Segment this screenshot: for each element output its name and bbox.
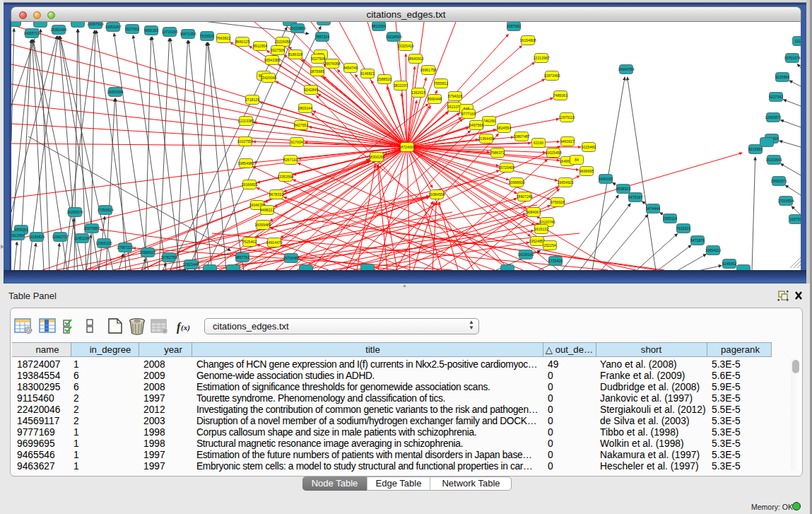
svg-text:10958107: 10958107 <box>139 250 155 255</box>
svg-text:9857791: 9857791 <box>235 255 249 259</box>
svg-text:1527602: 1527602 <box>125 27 139 31</box>
svg-text:6966160: 6966160 <box>144 28 158 33</box>
svg-text:16671355: 16671355 <box>180 32 196 36</box>
svg-text:8186328: 8186328 <box>288 52 302 57</box>
svg-text:9146821: 9146821 <box>360 71 375 76</box>
svg-text:12093872: 12093872 <box>765 115 781 119</box>
svg-text:8427552: 8427552 <box>294 123 308 127</box>
svg-text:10654112: 10654112 <box>705 248 722 252</box>
svg-text:8454749: 8454749 <box>343 66 358 70</box>
svg-text:17359924: 17359924 <box>97 208 113 212</box>
svg-text:8813054: 8813054 <box>372 24 386 28</box>
svg-text:15692971: 15692971 <box>770 179 787 183</box>
svg-text:8660125: 8660125 <box>235 40 249 44</box>
svg-text:8678332: 8678332 <box>269 192 283 197</box>
svg-text:9699695: 9699695 <box>579 169 594 173</box>
svg-text:23226058: 23226058 <box>274 40 290 44</box>
svg-text:18907249: 18907249 <box>516 194 532 199</box>
svg-text:14055713: 14055713 <box>23 31 40 35</box>
svg-text:11124: 11124 <box>794 39 801 43</box>
svg-text:15716485: 15716485 <box>283 256 299 260</box>
svg-text:3824554: 3824554 <box>497 126 511 130</box>
svg-text:1362615: 1362615 <box>411 90 425 95</box>
svg-text:8912954: 8912954 <box>253 44 267 48</box>
svg-text:3913954: 3913954 <box>11 233 25 238</box>
svg-text:9084067: 9084067 <box>526 210 541 214</box>
svg-text:1733426: 1733426 <box>548 259 563 263</box>
svg-text:8267110: 8267110 <box>283 158 298 162</box>
svg-text:10107554: 10107554 <box>237 139 253 144</box>
svg-text:12942737: 12942737 <box>52 235 68 239</box>
svg-text:7663822: 7663822 <box>216 36 230 40</box>
svg-text:9227342: 9227342 <box>769 95 783 99</box>
svg-text:17016504: 17016504 <box>777 199 794 203</box>
svg-text:23420046: 23420046 <box>260 76 276 80</box>
svg-text:26206576: 26206576 <box>66 210 83 214</box>
svg-text:16210643: 16210643 <box>765 158 782 162</box>
svg-text:9756928: 9756928 <box>551 200 565 204</box>
svg-text:15720407: 15720407 <box>498 165 514 170</box>
svg-text:11451194: 11451194 <box>74 236 90 240</box>
svg-text:26053346: 26053346 <box>107 90 123 94</box>
svg-text:7857224: 7857224 <box>315 35 329 39</box>
svg-text:10653267: 10653267 <box>105 25 121 29</box>
svg-text:(x): (x) <box>181 323 190 332</box>
svg-text:16644784: 16644784 <box>618 67 634 71</box>
svg-text:16099489: 16099489 <box>254 223 271 227</box>
svg-text:116753: 116753 <box>790 217 801 221</box>
svg-text:2935114: 2935114 <box>663 216 677 221</box>
svg-text:19384554: 19384554 <box>428 192 445 197</box>
svg-text:19854985: 19854985 <box>237 161 254 165</box>
svg-text:26676068: 26676068 <box>324 62 340 66</box>
svg-text:9129966: 9129966 <box>775 75 789 79</box>
svg-text:10688609: 10688609 <box>508 180 524 185</box>
svg-text:3822037: 3822037 <box>394 83 408 88</box>
svg-text:21364436: 21364436 <box>478 136 494 141</box>
svg-text:9474444: 9474444 <box>646 206 660 211</box>
svg-text:3875685: 3875685 <box>310 69 324 74</box>
svg-text:16154808: 16154808 <box>519 38 536 42</box>
svg-text:62160: 62160 <box>534 141 544 145</box>
svg-text:9115460: 9115460 <box>582 145 596 149</box>
svg-text:18300295: 18300295 <box>368 155 384 159</box>
svg-text:12213967: 12213967 <box>533 56 549 60</box>
svg-text:7625402: 7625402 <box>242 240 257 244</box>
svg-text:16961758: 16961758 <box>420 68 436 72</box>
svg-text:19654923: 19654923 <box>557 180 573 185</box>
svg-text:9242845: 9242845 <box>304 88 318 92</box>
svg-text:16782759: 16782759 <box>160 255 177 259</box>
svg-text:6479197: 6479197 <box>628 195 642 199</box>
svg-text:16033809: 16033809 <box>289 26 305 30</box>
svg-text:8215955: 8215955 <box>748 147 763 151</box>
svg-text:10025458: 10025458 <box>545 151 561 155</box>
svg-text:252254: 252254 <box>543 243 555 247</box>
svg-text:6794028: 6794028 <box>448 94 462 98</box>
svg-text:2588520: 2588520 <box>377 77 392 81</box>
svg-text:19218506: 19218506 <box>385 35 401 39</box>
svg-text:2718126: 2718126 <box>245 98 259 102</box>
svg-text:12923448: 12923448 <box>182 262 199 267</box>
svg-text:4498222: 4498222 <box>260 208 274 212</box>
svg-text:11156829: 11156829 <box>29 235 45 239</box>
svg-text:13353594: 13353594 <box>277 175 293 179</box>
svg-text:746266: 746266 <box>483 119 495 123</box>
svg-text:7632621: 7632621 <box>676 226 690 230</box>
svg-text:6497568: 6497568 <box>469 123 483 127</box>
svg-text:84: 84 <box>575 158 579 162</box>
svg-text:17957223: 17957223 <box>117 245 133 250</box>
svg-text:20975867: 20975867 <box>83 226 100 230</box>
svg-text:9327506: 9327506 <box>271 48 285 52</box>
svg-text:8471876: 8471876 <box>690 238 705 243</box>
svg-text:9245652: 9245652 <box>722 262 736 266</box>
svg-text:10719155: 10719155 <box>161 30 177 34</box>
svg-text:9777169: 9777169 <box>461 112 476 116</box>
svg-text:917004: 917004 <box>290 140 302 144</box>
svg-text:15751074: 15751074 <box>784 56 800 60</box>
svg-text:14136141: 14136141 <box>517 252 534 257</box>
svg-text:14914479: 14914479 <box>266 240 282 245</box>
svg-text:1615132: 1615132 <box>534 227 548 231</box>
svg-text:20097619: 20097619 <box>87 22 103 26</box>
svg-text:9463627: 9463627 <box>560 139 575 144</box>
svg-text:8938923: 8938923 <box>616 187 630 191</box>
svg-text:12975115: 12975115 <box>559 115 575 119</box>
